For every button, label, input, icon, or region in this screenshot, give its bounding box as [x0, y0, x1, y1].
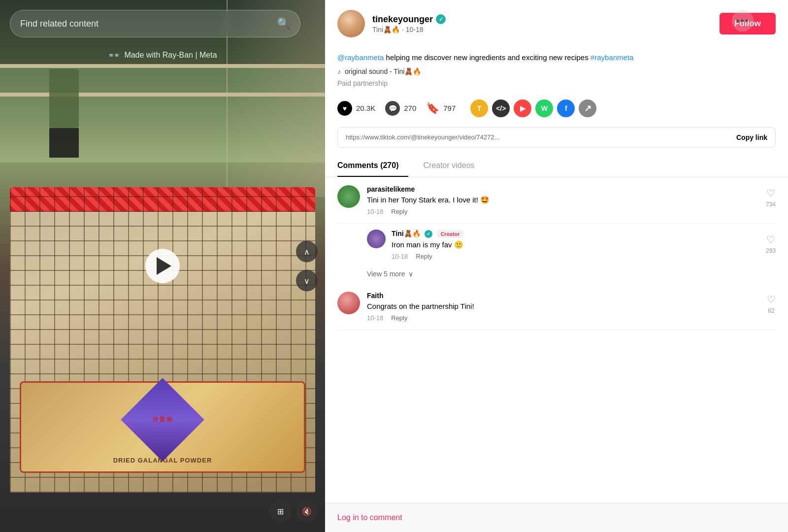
nested-comment-content: Tini🧸🔥 ✓ Creator Iron man is my fav 🙂 10… [392, 230, 776, 260]
second-reply-button[interactable]: Reply [391, 314, 407, 322]
user-info: tinekeyounger ✓ Tini🧸🔥 · 10-18 [337, 10, 446, 37]
post-header: ••• tinekeyounger ✓ Tini🧸🔥 · 10-18 Follo… [325, 0, 788, 45]
nested-comment-text: Iron man is my fav 🙂 [392, 239, 776, 250]
share-more-button[interactable]: ↗ [579, 100, 596, 117]
user-details: tinekeyounger ✓ Tini🧸🔥 · 10-18 [372, 14, 446, 33]
second-commenter-avatar [337, 292, 360, 314]
avatar [337, 10, 365, 37]
play-button[interactable] [145, 249, 180, 283]
rayban-logo: 👓 Made with Ray-Ban | Meta [0, 49, 325, 61]
mention-link[interactable]: @raybanmeta [337, 53, 384, 62]
second-like-icon[interactable]: ♡ [767, 294, 776, 305]
video-panel: 沙 姜 粉 DRIED GALANGAL POWDER Find related… [0, 0, 325, 532]
copy-link-button[interactable]: Copy link [736, 133, 767, 141]
comment-icon[interactable]: 💬 [385, 101, 400, 116]
comment-date: 10-18 [367, 208, 383, 215]
comment-text: Tini in her Tony Stark era. I love it! 🤩 [367, 195, 776, 205]
paid-partnership: Paid partnership [337, 79, 776, 87]
view-more-icon: ∨ [408, 270, 413, 278]
username-row: tinekeyounger ✓ [372, 14, 446, 25]
tab-comments[interactable]: Comments (270) [337, 155, 408, 177]
more-options-button[interactable]: ••• [732, 10, 754, 32]
person [39, 69, 89, 158]
comment-like: ♡ 734 [766, 187, 776, 208]
rayban-text: Made with Ray-Ban | Meta [124, 51, 217, 60]
nav-down-button[interactable]: ∨ [296, 270, 318, 292]
nested-comment: Tini🧸🔥 ✓ Creator Iron man is my fav 🙂 10… [367, 224, 776, 266]
nested-comment-date: 10-18 [392, 253, 408, 260]
bookmarks-stat: 🔖 797 [426, 102, 456, 115]
share-embed-button[interactable]: </> [492, 100, 510, 117]
sound-text: original sound - Tini🧸🔥 [345, 67, 421, 75]
bookmark-icon[interactable]: 🔖 [426, 102, 439, 115]
comment-content: parasitelikeme Tini in her Tony Stark er… [367, 185, 776, 215]
mute-button[interactable]: 🔇 [296, 500, 318, 522]
commenter-username: parasitelikeme [367, 185, 776, 193]
view-more-label: View 5 more [367, 270, 405, 278]
comments-section[interactable]: parasitelikeme Tini in her Tony Stark er… [325, 177, 788, 503]
search-icon[interactable]: 🔍 [277, 17, 290, 30]
product-label: 沙 姜 粉 DRIED GALANGAL POWDER [20, 381, 305, 473]
commenter-avatar [337, 185, 360, 208]
nested-reply-button[interactable]: Reply [416, 253, 432, 260]
product-diamond: 沙 姜 粉 [121, 378, 204, 462]
second-comment-date: 10-18 [367, 314, 383, 322]
like-count: 734 [766, 201, 776, 208]
comment-meta: 10-18 Reply [367, 208, 776, 215]
caption-body: helping me discover new ingredients and … [384, 53, 590, 62]
nested-comment-meta: 10-18 Reply [392, 253, 776, 260]
diamond-text: 沙 姜 粉 [153, 416, 172, 423]
creator-avatar [367, 230, 386, 248]
second-comment-meta: 10-18 Reply [367, 314, 776, 322]
link-url: https://www.tiktok.com/@tinekeyounger/vi… [346, 133, 499, 141]
share-icons: T </> ▶ W f ↗ [470, 100, 596, 117]
reply-button[interactable]: Reply [391, 208, 407, 215]
bookmarks-count: 797 [443, 104, 456, 112]
share-whatsapp-button[interactable]: W [535, 100, 553, 117]
login-to-comment-link[interactable]: Log in to comment [337, 513, 402, 522]
nested-like-count: 293 [766, 247, 776, 254]
share-send-button[interactable]: ▶ [514, 100, 531, 117]
like-icon[interactable]: ♡ [766, 187, 775, 199]
link-bar: https://www.tiktok.com/@tinekeyounger/vi… [337, 127, 776, 148]
comments-stat: 💬 270 [385, 101, 416, 116]
right-panel: ••• tinekeyounger ✓ Tini🧸🔥 · 10-18 Follo… [325, 0, 788, 532]
second-like-count: 62 [768, 307, 774, 314]
verified-badge: ✓ [436, 14, 446, 24]
nested-like-icon[interactable]: ♡ [766, 233, 775, 245]
product-bag: 沙 姜 粉 DRIED GALANGAL POWDER [10, 187, 315, 493]
search-placeholder: Find related content [20, 19, 98, 29]
stats-row: ♥ 20.3K 💬 270 🔖 797 T </> ▶ W f ↗ [325, 92, 788, 125]
second-comment-like: ♡ 62 [767, 294, 776, 314]
heart-icon[interactable]: ♥ [337, 101, 352, 116]
likes-count: 20.3K [356, 104, 375, 112]
share-facebook-button[interactable]: f [557, 100, 575, 117]
share-tiktok-button[interactable]: T [470, 100, 488, 117]
second-comment-content: Faith Congrats on the partnership Tini! … [367, 292, 776, 322]
tabs-row: Comments (270) Creator videos [325, 155, 788, 177]
play-icon [157, 257, 171, 275]
search-overlay[interactable]: Find related content 🔍 [10, 10, 300, 37]
caption-text: @raybanmeta helping me discover new ingr… [337, 52, 776, 64]
second-comment-item: Faith Congrats on the partnership Tini! … [337, 284, 776, 330]
view-more-button[interactable]: View 5 more ∨ [367, 266, 776, 284]
likes-stat: ♥ 20.3K [337, 101, 375, 116]
creator-badge: Creator [437, 230, 463, 238]
hashtag-link[interactable]: #raybanmeta [591, 53, 634, 62]
nav-up-button[interactable]: ∧ [296, 241, 318, 263]
share-control-button[interactable]: ⊞ [269, 500, 291, 522]
login-bar: Log in to comment [325, 503, 788, 532]
nested-comment-like: ♡ 293 [766, 233, 776, 254]
username: tinekeyounger [372, 14, 433, 25]
sound-row: ♪ original sound - Tini🧸🔥 [337, 67, 776, 75]
user-subtitle: Tini🧸🔥 · 10-18 [372, 26, 446, 33]
rayban-overlay: 👓 Made with Ray-Ban | Meta [0, 49, 325, 61]
avatar-image [337, 10, 365, 37]
comment-item: parasitelikeme Tini in her Tony Stark er… [337, 177, 776, 224]
tab-creator-videos[interactable]: Creator videos [423, 155, 484, 177]
nav-arrows: ∧ ∨ [296, 241, 318, 292]
bottom-controls: ⊞ 🔇 [269, 500, 318, 522]
second-commenter-username: Faith [367, 292, 776, 299]
creator-username: Tini🧸🔥 ✓ Creator [392, 230, 776, 238]
glasses-icon: 👓 [108, 49, 120, 61]
